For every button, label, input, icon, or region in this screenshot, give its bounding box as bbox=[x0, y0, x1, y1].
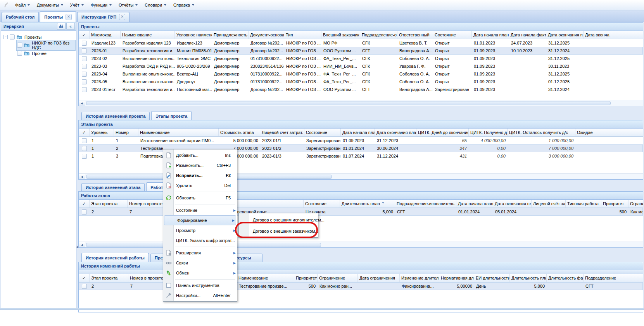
column-header[interactable]: Принадлежность bbox=[212, 31, 249, 39]
column-header[interactable]: Лицевой счёт затрат bbox=[532, 200, 566, 208]
tree-item[interactable]: НИОКР по ГОЗ без НДС bbox=[2, 41, 75, 49]
table-row[interactable]: 2023-01тестРазработка технологии и...Пос… bbox=[79, 86, 643, 93]
row-checkbox[interactable] bbox=[82, 138, 87, 143]
column-header[interactable]: Дата окончания план bbox=[375, 129, 416, 136]
row-checkbox[interactable] bbox=[82, 209, 87, 214]
h-scrollbar[interactable]: ◀ bbox=[79, 100, 643, 106]
column-header-check[interactable]: ✓ bbox=[79, 129, 90, 136]
column-header[interactable]: Дата оконча bbox=[584, 31, 643, 39]
tab-history-0[interactable]: История изменений работы bbox=[81, 253, 149, 262]
window-tab-1[interactable]: Проекты✕ bbox=[40, 11, 76, 22]
column-header[interactable]: Документ-основание bbox=[249, 31, 284, 39]
search-binoculars-button[interactable] bbox=[57, 23, 66, 30]
table-row[interactable]: 2023-03Разработка ЭКД и РКД н...905-U020… bbox=[79, 62, 643, 70]
context-menu-item-12[interactable]: Расширения▶ bbox=[163, 248, 237, 258]
row-checkbox[interactable] bbox=[82, 154, 87, 159]
column-header[interactable]: Дата окончания план bbox=[546, 31, 584, 39]
menubar-item-5[interactable]: Словари bbox=[141, 2, 170, 9]
context-menu-item-7[interactable]: Состояние▶ bbox=[163, 205, 237, 215]
table-row[interactable]: 2023-02Выполнение опытно-конс...Технолог… bbox=[79, 55, 643, 62]
column-header[interactable]: Дата начала план. bbox=[472, 31, 509, 39]
menubar-item-4[interactable]: Отчёты bbox=[115, 2, 141, 9]
column-header[interactable]: Уровень bbox=[90, 129, 114, 136]
row-checkbox[interactable] bbox=[82, 48, 87, 53]
table-row[interactable]: 2023-01Разработка технологии и...Магнит … bbox=[79, 47, 643, 55]
column-header[interactable]: Дата начала факт. bbox=[509, 31, 546, 39]
context-menu-item-2[interactable]: Исправить...F2 bbox=[163, 170, 237, 180]
column-header[interactable]: ЦИТК. Дней до окончания bbox=[416, 129, 469, 136]
scroll-thumb[interactable] bbox=[86, 101, 611, 105]
table-row[interactable]: 2023-05Выполнение опытно-конс...Дредноут… bbox=[79, 78, 643, 86]
context-menu-item-10[interactable]: ЦИТК. Указать шифр затрат... bbox=[163, 235, 237, 245]
column-header[interactable]: Приоритет bbox=[601, 200, 628, 208]
table-row[interactable]: 2023-04Выполнение опытно-конс...Вектор-А… bbox=[79, 70, 643, 78]
splitter-collapse-icon[interactable]: ◀ bbox=[76, 245, 78, 249]
column-header[interactable]: Ограничение bbox=[318, 274, 358, 282]
column-header[interactable]: Наименование bbox=[121, 31, 175, 39]
column-header[interactable]: Длительность план bbox=[340, 200, 395, 208]
column-header[interactable]: Наименование bbox=[237, 274, 294, 282]
column-header[interactable]: Нормативная длительность bbox=[439, 274, 474, 282]
context-menu-item-14[interactable]: Обмен▶ bbox=[163, 268, 237, 278]
column-header[interactable]: ЕИ длительности bbox=[474, 274, 510, 282]
menubar-item-1[interactable]: Документы bbox=[33, 2, 67, 9]
close-icon[interactable]: ✕ bbox=[119, 14, 125, 20]
row-checkbox[interactable] bbox=[82, 284, 87, 289]
context-menu-item-16[interactable]: Панель инструментов bbox=[163, 280, 237, 290]
column-header[interactable]: Дата начала план. bbox=[456, 200, 493, 208]
collapse-panel-button[interactable]: « bbox=[66, 23, 75, 30]
row-checkbox[interactable] bbox=[82, 146, 87, 151]
column-header[interactable]: Длительность план bbox=[510, 274, 547, 282]
tree-checkbox[interactable] bbox=[10, 34, 15, 39]
column-header[interactable]: Состояние bbox=[433, 31, 472, 39]
column-header[interactable]: Дата начала план bbox=[341, 129, 375, 136]
tree-checkbox[interactable] bbox=[17, 43, 22, 48]
column-header[interactable]: ЦИТК. Осталось получить д/с bbox=[508, 129, 575, 136]
column-header[interactable]: Стоимость этапа bbox=[219, 129, 260, 136]
window-tab-0[interactable]: Рабочий стол bbox=[2, 12, 39, 22]
column-header[interactable]: Состояние bbox=[304, 200, 340, 208]
menubar-item-0[interactable]: Файл bbox=[12, 2, 33, 9]
column-header[interactable]: Подразделение bbox=[584, 274, 643, 282]
column-header[interactable]: Ответственный bbox=[397, 31, 433, 39]
submenu-item-0[interactable]: Договор с внешним исполнителем... bbox=[239, 214, 318, 225]
panel-splitter[interactable]: ◀ bbox=[76, 22, 78, 308]
context-menu-item-3[interactable]: УдалитьDel bbox=[163, 180, 237, 190]
column-header-check[interactable]: ✓ bbox=[79, 274, 90, 282]
column-header[interactable]: Приоритет bbox=[294, 274, 318, 282]
column-header[interactable]: Типовая работа bbox=[566, 200, 601, 208]
column-header[interactable]: ЦИТК. Получено д/с bbox=[469, 129, 508, 136]
row-checkbox[interactable] bbox=[82, 56, 87, 61]
column-header[interactable]: Условное наименование bbox=[175, 31, 212, 39]
submenu-item-1[interactable]: Договор с внешним заказчиком... bbox=[239, 225, 318, 237]
context-menu-item-8[interactable]: Формирование▶ bbox=[164, 215, 236, 225]
menubar-item-3[interactable]: Функции bbox=[87, 2, 115, 9]
column-header[interactable]: Ограничение bbox=[628, 200, 643, 208]
column-header[interactable]: Ожидае bbox=[575, 129, 643, 136]
column-header[interactable]: Этап проекта bbox=[90, 200, 128, 208]
row-checkbox[interactable] bbox=[82, 87, 87, 92]
context-menu-item-0[interactable]: Добавить...Ins bbox=[163, 150, 237, 160]
column-header[interactable]: Дата окончания план bbox=[493, 200, 532, 208]
column-header-check[interactable]: ✓ bbox=[79, 31, 90, 39]
tab-stages-1[interactable]: Этапы проекта bbox=[151, 111, 192, 120]
column-header[interactable]: Подразделение-исполнитель.. bbox=[395, 200, 456, 208]
column-header[interactable]: Мнемокод bbox=[90, 31, 121, 39]
column-header[interactable]: Длительность факт bbox=[547, 274, 584, 282]
column-header[interactable]: Изменение длительности bbox=[400, 274, 439, 282]
column-header[interactable]: Внешний заказчик bbox=[321, 31, 360, 39]
column-header[interactable]: Подразделение-ответственный bbox=[360, 31, 397, 39]
tree-expander-icon[interactable]: − bbox=[3, 35, 8, 39]
column-header[interactable]: Номер bbox=[114, 129, 138, 136]
window-tab-2[interactable]: Инструкции ПУП✕ bbox=[77, 12, 129, 22]
tree-checkbox[interactable] bbox=[17, 51, 22, 56]
tab-stages-0[interactable]: История изменений проекта bbox=[81, 112, 150, 120]
menubar-item-6[interactable]: Справка bbox=[170, 2, 198, 9]
row-checkbox[interactable] bbox=[82, 41, 87, 46]
table-row[interactable]: 11Изготовление опытной партии ПМ0...5 00… bbox=[79, 137, 643, 144]
column-header[interactable]: Состояние bbox=[304, 129, 341, 136]
column-header[interactable]: Дата ограничения bbox=[358, 274, 400, 282]
row-checkbox[interactable] bbox=[82, 72, 87, 77]
context-menu-item-9[interactable]: Просмотр▶ bbox=[163, 225, 237, 235]
tab-works-0[interactable]: История изменений этапа bbox=[81, 183, 145, 191]
